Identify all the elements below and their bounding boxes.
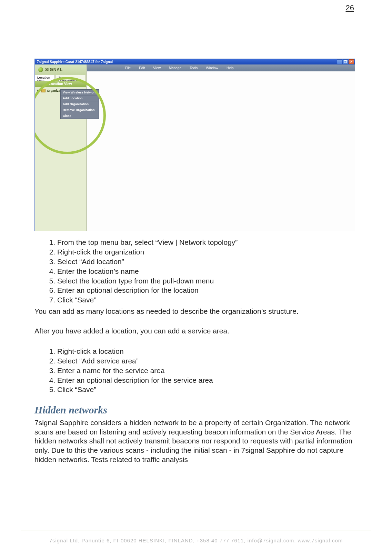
document-page: 26 7signal Sapphire Carat 2147483647 for… [0, 0, 392, 551]
ctx-add-location[interactable]: Add Location [61, 96, 99, 101]
steps-add-location: From the top menu bar, select “View | Ne… [51, 238, 358, 305]
expand-icon[interactable]: ▣ [37, 89, 40, 92]
minimize-button[interactable]: _ [337, 59, 342, 64]
footer-text: 7signal Ltd, Panuntie 6, FI-00620 HELSIN… [0, 538, 392, 543]
menu-window[interactable]: Window [206, 66, 218, 70]
main-panel: File Edit View Manage Tools Window Help [87, 64, 355, 231]
paragraph: You can add as many locations as needed … [34, 307, 358, 316]
menu-edit[interactable]: Edit [139, 66, 145, 70]
steps-add-service-area: Right-click a location Select “Add servi… [51, 347, 358, 394]
paragraph-hidden-networks: 7signal Sapphire considers a hidden netw… [34, 418, 358, 464]
list-item: Click “Save” [57, 385, 358, 394]
tab-location-view[interactable]: Location View [35, 75, 55, 81]
list-item: Click “Save” [57, 295, 358, 305]
panel-header-location-view: Location View [35, 81, 86, 87]
window-controls: _ ❐ ✕ [337, 59, 354, 64]
app-logo: SIGNAL [35, 64, 86, 75]
logo-text: SIGNAL [45, 67, 63, 72]
logo-icon [38, 67, 43, 72]
list-item: Enter an optional description for the lo… [57, 286, 358, 295]
menu-file[interactable]: File [125, 66, 131, 70]
ctx-add-organization[interactable]: Add Organization [61, 101, 99, 107]
heading-hidden-networks: Hidden networks [34, 403, 358, 417]
menu-view[interactable]: View [153, 66, 161, 70]
menu-bar[interactable]: File Edit View Manage Tools Window Help [87, 64, 355, 71]
window-titlebar[interactable]: 7signal Sapphire Carat 2147483647 for 7s… [35, 59, 355, 64]
ctx-remove-organization[interactable]: Remove Organization [61, 107, 99, 113]
ctx-close[interactable]: Close [61, 113, 99, 119]
list-item: Right-click a location [57, 347, 358, 356]
body-text: From the top menu bar, select “View | Ne… [34, 238, 358, 464]
menu-help[interactable]: Help [227, 66, 234, 70]
list-item: Select “Add service area” [57, 357, 358, 366]
window-title: 7signal Sapphire Carat 2147483647 for 7s… [36, 60, 113, 64]
menu-tools[interactable]: Tools [190, 66, 198, 70]
tab-user-admin-view[interactable]: User Administration View [55, 75, 86, 81]
folder-icon [41, 89, 46, 92]
list-item: Select “Add location” [57, 257, 358, 267]
paragraph: After you have added a location, you can… [34, 327, 358, 336]
close-button[interactable]: ✕ [349, 59, 354, 64]
menu-manage[interactable]: Manage [169, 66, 181, 70]
list-item: Enter an optional description for the se… [57, 376, 358, 385]
app-screenshot: 7signal Sapphire Carat 2147483647 for 7s… [34, 59, 355, 231]
footer-divider [21, 531, 371, 531]
view-tabs: Location View User Administration View [35, 75, 86, 81]
list-item: Select the location type from the pull-d… [57, 277, 358, 286]
list-item: From the top menu bar, select “View | Ne… [57, 238, 358, 247]
context-menu[interactable]: View Wireless Networks Add Location Add … [60, 89, 99, 119]
maximize-button[interactable]: ❐ [343, 59, 348, 64]
ctx-view-wireless-networks[interactable]: View Wireless Networks [61, 90, 99, 96]
content-area: 7signal Sapphire Carat 2147483647 for 7s… [34, 59, 358, 466]
page-number: 26 [346, 3, 354, 12]
list-item: Enter a name for the service area [57, 366, 358, 375]
list-item: Right-click the organization [57, 248, 358, 257]
list-item: Enter the location’s name [57, 267, 358, 276]
